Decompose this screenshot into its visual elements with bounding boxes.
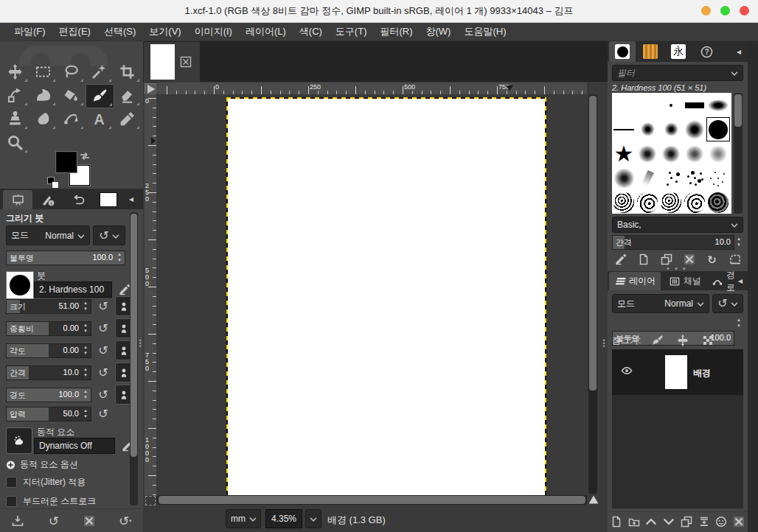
close-button[interactable] xyxy=(740,6,749,15)
brush-swatch[interactable] xyxy=(612,141,636,166)
delete-tool-preset-button[interactable] xyxy=(80,513,99,529)
brush-swatch[interactable] xyxy=(612,166,636,190)
reset-tool-options-button[interactable]: ↺• xyxy=(116,513,135,529)
brush-swatch[interactable] xyxy=(706,117,730,141)
spinner[interactable]: ▴▾ xyxy=(81,322,90,334)
canvas-viewport[interactable] xyxy=(156,94,587,495)
menu-select[interactable]: 선택(S) xyxy=(97,23,142,41)
jitter-checkbox[interactable]: 지터(Jitter) 적용 xyxy=(6,476,86,489)
reset-icon[interactable]: ↺ xyxy=(96,322,111,335)
default-colors-icon[interactable] xyxy=(47,177,58,188)
raise-layer-button[interactable] xyxy=(644,514,659,530)
open-brush-as-image-button[interactable] xyxy=(726,251,744,267)
brush-swatch[interactable] xyxy=(659,141,683,166)
종횡비-slider[interactable]: 종횡비0.00▴▾ xyxy=(6,321,91,336)
swap-colors-icon[interactable] xyxy=(78,150,91,162)
brush-swatch[interactable] xyxy=(683,166,706,190)
spinner[interactable]: ▴▾ xyxy=(81,407,90,419)
layer-mode-reset-button[interactable]: ↺ xyxy=(712,294,743,313)
brush-swatch[interactable] xyxy=(612,93,636,117)
layer-visibility-icon[interactable] xyxy=(619,365,634,376)
vertical-ruler[interactable]: 02505007501000 xyxy=(145,94,156,495)
brush-grid-scrollbar[interactable] xyxy=(734,93,743,214)
크기-slider[interactable]: 크기51.00▴▾ xyxy=(6,299,91,314)
brush-swatch[interactable] xyxy=(683,93,706,117)
brush-swatch[interactable] xyxy=(706,190,730,214)
tool-options-scrollbar[interactable] xyxy=(130,212,138,505)
brush-swatch[interactable] xyxy=(706,93,730,117)
reset-icon[interactable]: ↺ xyxy=(96,344,111,357)
brush-swatch[interactable] xyxy=(683,190,706,214)
new-layer-group-button[interactable] xyxy=(626,514,641,530)
간격-slider[interactable]: 간격10.0▴▾ xyxy=(6,365,91,380)
tool-crop-button[interactable] xyxy=(114,60,141,83)
minimize-button[interactable] xyxy=(701,6,711,15)
layers-tab[interactable]: 레이어 xyxy=(609,272,661,290)
layer-name[interactable]: 배경 xyxy=(693,367,711,379)
menu-windows[interactable]: 창(W) xyxy=(420,23,458,41)
reset-icon[interactable]: ↺ xyxy=(96,388,111,402)
menu-view[interactable]: 보기(V) xyxy=(142,23,187,41)
restore-tool-preset-button[interactable]: ↺ xyxy=(44,513,63,529)
spinner[interactable]: ▴▾ xyxy=(81,344,90,356)
new-brush-button[interactable] xyxy=(635,251,653,267)
dock-resize-grip[interactable]: • • • xyxy=(667,267,687,270)
brush-swatch[interactable] xyxy=(683,117,706,141)
canvas-horizontal-scrollbar[interactable] xyxy=(157,495,587,505)
tool-paths-button[interactable] xyxy=(58,108,85,130)
opacity-slider[interactable]: 불투명 100.0 ▴▾ xyxy=(6,251,125,265)
brush-swatch[interactable] xyxy=(636,190,659,214)
delete-layer-button[interactable] xyxy=(731,514,747,530)
patterns-tab[interactable] xyxy=(637,41,664,62)
경도-slider[interactable]: 경도100.0▴▾ xyxy=(6,388,91,402)
paint-mode-select[interactable]: 모드 Normal xyxy=(6,225,90,245)
spinner[interactable]: ▴▾ xyxy=(115,251,124,263)
image-tab[interactable] xyxy=(94,190,123,209)
fonts-tab[interactable]: 永 xyxy=(665,41,692,62)
menu-tools[interactable]: 도구(T) xyxy=(329,23,374,41)
tool-bucket-fill-button[interactable] xyxy=(58,84,85,107)
device-status-tab[interactable]: i xyxy=(33,190,63,209)
lock-alpha-icon[interactable] xyxy=(701,334,714,347)
brushes-tab[interactable] xyxy=(609,41,636,62)
zoom-value-field[interactable]: 4.35% xyxy=(265,509,302,528)
help-tab[interactable]: ? xyxy=(693,41,720,62)
tool-fuzzy-select-button[interactable] xyxy=(86,60,113,83)
dynamics-options-expander[interactable]: 동적 요소 옵션 xyxy=(6,458,78,471)
brush-swatch[interactable] xyxy=(612,117,636,141)
brush-swatch[interactable] xyxy=(659,166,683,190)
new-layer-button[interactable] xyxy=(608,514,624,530)
brush-swatch[interactable] xyxy=(659,190,683,214)
close-image-icon[interactable] xyxy=(179,55,192,69)
brush-swatch[interactable] xyxy=(659,117,683,141)
brush-swatch[interactable] xyxy=(636,141,659,166)
tool-move-button[interactable] xyxy=(1,60,29,83)
tool-free-select-button[interactable] xyxy=(58,60,85,83)
collapse-dock-icon[interactable]: ◂ xyxy=(125,193,137,205)
canvas-vertical-scrollbar[interactable] xyxy=(588,94,597,494)
각도-slider[interactable]: 각도0.00▴▾ xyxy=(6,343,91,358)
tool-warp-transform-button[interactable] xyxy=(29,84,57,107)
duplicate-layer-button[interactable] xyxy=(678,514,694,530)
spinner[interactable]: ▴▾ xyxy=(734,317,743,329)
merge-down-button[interactable] xyxy=(696,514,712,530)
lower-layer-button[interactable] xyxy=(661,514,677,530)
unit-select[interactable]: mm xyxy=(226,509,261,528)
image-tab[interactable] xyxy=(144,42,200,82)
dynamics-thumbnail[interactable] xyxy=(6,427,32,454)
refresh-brushes-button[interactable]: ↻ xyxy=(703,251,721,267)
navigation-icon[interactable] xyxy=(588,494,599,505)
reset-icon[interactable]: ↺ xyxy=(96,366,111,379)
reset-icon[interactable]: ↺ xyxy=(96,407,111,421)
brush-swatch[interactable] xyxy=(659,93,683,117)
lock-pixels-icon[interactable] xyxy=(651,334,664,347)
menu-file[interactable]: 파일(F) xyxy=(7,23,52,41)
brush-name-field[interactable]: 2. Hardness 100 xyxy=(34,281,112,298)
tool-eraser-button[interactable] xyxy=(114,84,141,107)
edit-brush-button[interactable] xyxy=(612,251,630,267)
canvas[interactable] xyxy=(227,98,546,495)
dynamics-name-field[interactable]: Dynamics Off xyxy=(34,438,115,454)
brush-swatch[interactable] xyxy=(706,166,730,190)
압력-slider[interactable]: 압력50.0▴▾ xyxy=(6,407,91,421)
spinner[interactable]: ▴▾ xyxy=(81,366,90,378)
